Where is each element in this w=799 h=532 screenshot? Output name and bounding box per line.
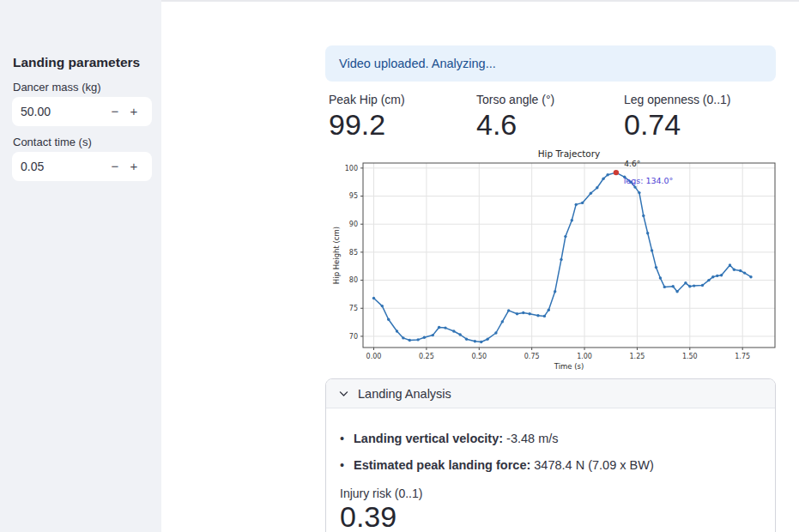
force-label: Estimated peak landing force: [354,458,530,472]
contact-time-decrement-button[interactable]: − [106,152,124,181]
svg-text:4.6°: 4.6° [624,160,640,168]
metric-leg-openness-value: 0.74 [624,107,775,142]
injury-risk-value: 0.39 [340,500,761,532]
app-root: Landing parameters Dancer mass (kg) − + … [0,0,799,532]
metric-leg-openness-label: Leg openness (0..1) [624,92,775,107]
metric-leg-openness: Leg openness (0..1) 0.74 [624,92,775,142]
metric-torso-angle: Torso angle (°) 4.6 [476,92,627,142]
svg-text:0.00: 0.00 [366,353,382,360]
dancer-mass-stepper: − + [12,97,152,126]
list-item: • Landing vertical velocity: -3.48 m/s [340,430,761,447]
contact-time-label: Contact time (s) [13,136,92,148]
metric-torso-angle-value: 4.6 [476,107,627,142]
bullet-icon: • [340,430,354,447]
svg-text:Time (s): Time (s) [554,362,584,371]
sidebar-title: Landing parameters [13,55,140,70]
force-value: 3478.4 N (7.09 x BW) [530,458,653,472]
contact-time-input[interactable] [21,160,106,173]
info-banner: Video uploaded. Analyzing... [325,45,776,82]
velocity-label: Landing vertical velocity: [354,432,503,445]
svg-text:100: 100 [345,165,358,172]
landing-analysis-expander: Landing Analysis • Landing vertical velo… [325,378,776,532]
svg-text:95: 95 [349,192,358,200]
hip-trajectory-chart: 4.6°legs: 134.0°0.000.250.500.751.001.25… [330,148,777,372]
metric-peak-hip-value: 99.2 [329,107,480,142]
landing-analysis-expander-header[interactable]: Landing Analysis [326,379,775,408]
list-item: • Estimated peak landing force: 3478.4 N… [340,456,761,474]
svg-text:1.50: 1.50 [682,353,698,360]
expander-body: • Landing vertical velocity: -3.48 m/s •… [326,408,775,532]
svg-text:75: 75 [349,305,358,312]
contact-time-increment-button[interactable]: + [124,152,143,181]
svg-text:0.75: 0.75 [524,353,540,360]
chevron-down-icon [338,388,349,399]
dancer-mass-decrement-button[interactable]: − [106,97,124,126]
svg-text:legs: 134.0°: legs: 134.0° [624,176,674,185]
dancer-mass-increment-button[interactable]: + [124,97,143,126]
svg-text:80: 80 [349,276,358,284]
svg-text:1.25: 1.25 [630,353,645,360]
svg-text:70: 70 [349,333,358,341]
svg-text:90: 90 [349,221,358,228]
svg-text:1.75: 1.75 [735,353,750,360]
dancer-mass-input[interactable] [21,105,106,118]
dancer-mass-label: Dancer mass (kg) [13,81,101,94]
svg-text:Hip Height (cm): Hip Height (cm) [332,227,341,284]
info-banner-text: Video uploaded. Analyzing... [339,57,496,70]
metric-peak-hip: Peak Hip (cm) 99.2 [329,92,480,142]
svg-text:85: 85 [349,249,358,257]
svg-text:Hip Trajectory: Hip Trajectory [538,148,601,159]
sidebar: Landing parameters Dancer mass (kg) − + … [0,0,161,532]
bullet-icon: • [340,456,354,474]
injury-risk-label: Injury risk (0..1) [340,487,761,500]
metric-torso-angle-label: Torso angle (°) [476,92,627,107]
expander-title: Landing Analysis [358,387,451,401]
svg-text:0.50: 0.50 [471,353,487,360]
svg-text:0.25: 0.25 [419,353,434,360]
metric-peak-hip-label: Peak Hip (cm) [329,92,480,107]
svg-text:1.00: 1.00 [577,353,592,360]
contact-time-stepper: − + [12,152,152,181]
velocity-value: -3.48 m/s [503,432,558,445]
